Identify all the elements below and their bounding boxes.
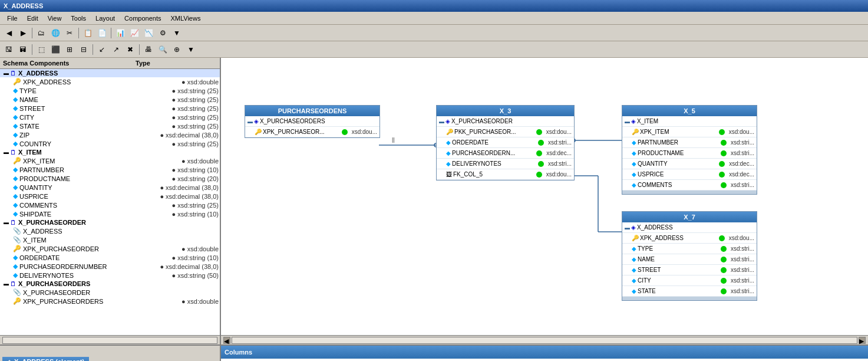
tree-orderdate[interactable]: ◆ ORDERDATE ● xsd:string (10) (0, 253, 220, 262)
tree-deliverynotes[interactable]: ◆ DELIVERYNOTES ● xsd:string (50) (0, 271, 220, 280)
tree-x-purchaseorders-root[interactable]: ▬ 🗒 X_PURCHASEORDERS (0, 280, 220, 288)
tree-quantity[interactable]: ◆ QUANTITY ● xsd:decimal (38,0) (0, 183, 220, 192)
diag-btn-3[interactable]: ⬚ (35, 43, 48, 56)
diag-btn-8[interactable]: ↗ (110, 43, 123, 56)
tree-xpk-purchaseorder[interactable]: 🔑 XPK_PURCHASEORDER ● xsd:double (0, 244, 220, 253)
tree-usprice[interactable]: ◆ USPRICE ● xsd:decimal (38,0) (0, 192, 220, 201)
tree-xpk-purchaseorders[interactable]: 🔑 XPK_PURCHASEORDERS ● xsd:double (0, 297, 220, 306)
tree-pos-purchaseorder-ref[interactable]: 📎 X_PURCHASEORDER (0, 288, 220, 297)
left-panel-hscroll-track[interactable] (2, 337, 217, 344)
schema-row-xpk-purchaseor[interactable]: 🔑 XPK_PURCHASEOR... xsd:dou... (245, 127, 379, 137)
schema-row-x5-quantity[interactable]: ◆ QUANTITY xsd:dec... (622, 159, 757, 169)
tree-x-item-root[interactable]: ▬ 🗒 X_ITEM (0, 148, 220, 156)
diag-btn-12[interactable]: ⊕ (170, 43, 183, 56)
scroll-right-btn[interactable]: ▶ (859, 337, 866, 344)
scroll-left-btn[interactable]: ◀ (223, 337, 230, 344)
schema-row-x3-deliverynotes[interactable]: ◆ DELIVERYNOTES xsd:stri... (437, 159, 574, 169)
tree-comments[interactable]: ◆ COMMENTS ● xsd:string (25) (0, 201, 220, 209)
tb-btn-8[interactable]: 📉 (142, 27, 155, 40)
tree-x-address-root[interactable]: ▬ 🗒 X_ADDRESS (0, 69, 220, 77)
toolbar2: 🖫 🖬 ⬚ ⬛ ⊞ ⊟ ↙ ↗ ✖ 🖶 🔍 ⊕ ▼ (0, 41, 868, 58)
diag-btn-5[interactable]: ⊞ (63, 43, 76, 56)
tree-xpk-address[interactable]: 🔑 XPK_ADDRESS ● xsd:double (0, 77, 220, 86)
window-title: X_ADDRESS (4, 2, 43, 9)
tree-street[interactable]: ◆ STREET ● xsd:string (25) (0, 104, 220, 113)
schema-box-purchaseordens-body: ▬ ◈ X_PURCHASEORDERS 🔑 XPK_PURCHASEOR...… (245, 116, 379, 137)
schema-box-x5[interactable]: X_5 ▬ ◈ X_ITEM 🔑 XPK_ITEM xsd:dou... ◆ (622, 105, 757, 195)
tb-btn-1[interactable]: 🗂 (35, 27, 48, 40)
back-button[interactable]: ◀ (2, 27, 15, 40)
diag-btn-11[interactable]: 🔍 (156, 43, 169, 56)
tree-content[interactable]: ▬ 🗒 X_ADDRESS 🔑 XPK_ADDRESS ● xsd:double… (0, 69, 220, 335)
bottom-left: ◈ X_ADDRESS (element) (0, 344, 221, 361)
menu-view[interactable]: View (43, 14, 67, 23)
schema-row-x7-xpk-address[interactable]: 🔑 XPK_ADDRESS xsd:dou... (622, 233, 757, 244)
tree-xpk-item[interactable]: 🔑 XPK_ITEM ● xsd:double (0, 156, 220, 165)
tb-btn-7[interactable]: 📈 (128, 27, 141, 40)
schema-row-x7-type[interactable]: ◆ TYPE xsd:stri... (622, 244, 757, 254)
menu-file[interactable]: File (2, 14, 22, 23)
tree-state[interactable]: ◆ STATE ● xsd:string (25) (0, 122, 220, 130)
schema-row-x5-xpk-item[interactable]: 🔑 XPK_ITEM xsd:dou... (622, 127, 757, 137)
diagram-hscroll[interactable]: ◀ ▶ (221, 335, 868, 344)
tb-btn-4[interactable]: 📋 (81, 27, 94, 40)
schema-row-x3-orderdate[interactable]: ◆ ORDERDATE xsd:stri... (437, 137, 574, 148)
tb-btn-9[interactable]: ⚙ (156, 27, 169, 40)
menu-layout[interactable]: Layout (91, 14, 120, 23)
tb-btn-2[interactable]: 🌐 (49, 27, 62, 40)
hscroll-track[interactable] (232, 337, 857, 344)
tree-shipdate[interactable]: ◆ SHIPDATE ● xsd:string (10) (0, 209, 220, 218)
schema-box-purchaseordens[interactable]: PURCHARSEORDENS ▬ ◈ X_PURCHASEORDERS 🔑 X… (245, 105, 380, 138)
diag-btn-9[interactable]: ✖ (124, 43, 137, 56)
schema-row-x7-address[interactable]: ▬ ◈ X_ADDRESS (622, 222, 757, 233)
left-panel-header: Schema Components Type (0, 58, 220, 69)
schema-row-x5-usprice[interactable]: ◆ USPRICE xsd:dec... (622, 169, 757, 180)
menu-edit[interactable]: Edit (22, 14, 43, 23)
diag-btn-1[interactable]: 🖫 (2, 43, 15, 56)
schema-row-x5-productname[interactable]: ◆ PRODUCTNAME xsd:stri... (622, 148, 757, 159)
diagram-area[interactable]: || PURCHARSEORDENS ▬ ◈ X_PURCHASE (221, 58, 868, 344)
diag-btn-4[interactable]: ⬛ (49, 43, 62, 56)
schema-row-x-purchaseorders[interactable]: ▬ ◈ X_PURCHASEORDERS (245, 116, 379, 127)
tree-po-x-item-ref[interactable]: 📎 X_ITEM (0, 235, 220, 244)
schema-box-x7[interactable]: X_7 ▬ ◈ X_ADDRESS 🔑 XPK_ADDRESS xsd:dou.… (622, 211, 757, 301)
tree-zip[interactable]: ◆ ZIP ● xsd:decimal (38,0) (0, 130, 220, 139)
schema-row-x3-xpk[interactable]: 🔑 PKK_PURCHASEOR... xsd:dou... (437, 127, 574, 137)
schema-row-x7-state[interactable]: ◆ STATE xsd:stri... (622, 286, 757, 297)
tb-btn-5[interactable]: 📄 (95, 27, 108, 40)
schema-row-x5-partnumber[interactable]: ◆ PARTNUMBER xsd:stri... (622, 137, 757, 148)
tree-partnumber[interactable]: ◆ PARTNUMBER ● xsd:string (10) (0, 165, 220, 174)
menu-xmlviews[interactable]: XMLViews (166, 14, 205, 23)
panel-tab[interactable]: ◈ X_ADDRESS (element) (2, 357, 89, 361)
schema-box-x5-header: X_5 (622, 106, 757, 116)
schema-row-x5-comments[interactable]: ◆ COMMENTS xsd:stri... (622, 180, 757, 191)
schema-box-x3[interactable]: X_3 ▬ ◈ X_PURCHASEORDER 🔑 PKK_PURCHASEOR… (436, 105, 575, 180)
diag-btn-6[interactable]: ⊟ (77, 43, 90, 56)
schema-row-x7-name[interactable]: ◆ NAME xsd:stri... (622, 254, 757, 265)
diag-btn-10[interactable]: 🖶 (142, 43, 155, 56)
diag-btn-7[interactable]: ↙ (95, 43, 108, 56)
tb-btn-6[interactable]: 📊 (114, 27, 127, 40)
left-panel-hscroll[interactable] (0, 335, 220, 344)
menu-components[interactable]: Components (120, 14, 166, 23)
tree-x-purchaseorder-root[interactable]: ▬ 🗒 X_PURCHASEORDER (0, 218, 220, 227)
tree-purchaseordernumber[interactable]: ◆ PURCHASEORDERNUMBER ● xsd:decimal (38,… (0, 262, 220, 271)
schema-row-x7-city[interactable]: ◆ CITY xsd:stri... (622, 275, 757, 286)
tb-btn-10[interactable]: ▼ (170, 27, 183, 40)
diag-btn-13[interactable]: ▼ (184, 43, 197, 56)
tree-city[interactable]: ◆ CITY ● xsd:string (25) (0, 113, 220, 122)
tb-btn-3[interactable]: ✂ (63, 27, 76, 40)
schema-row-x7-street[interactable]: ◆ STREET xsd:stri... (622, 265, 757, 275)
schema-row-x3-fk-col5[interactable]: 🖼 FK_COL_5 xsd:dou... (437, 169, 574, 180)
schema-row-x3-purchaseorder[interactable]: ▬ ◈ X_PURCHASEORDER (437, 116, 574, 127)
tree-name[interactable]: ◆ NAME ● xsd:string (25) (0, 95, 220, 104)
tree-po-x-address-ref[interactable]: 📎 X_ADDRESS (0, 227, 220, 235)
tree-productname[interactable]: ◆ PRODUCTNAME ● xsd:string (20) (0, 174, 220, 183)
tree-country[interactable]: ◆ COUNTRY ● xsd:string (25) (0, 139, 220, 148)
schema-row-x5-item[interactable]: ▬ ◈ X_ITEM (622, 116, 757, 127)
menu-tools[interactable]: Tools (66, 14, 91, 23)
diag-btn-2[interactable]: 🖬 (16, 43, 29, 56)
schema-row-x3-purchaseordern[interactable]: ◆ PURCHASEORDERN... xsd:dec... (437, 148, 574, 159)
tree-type[interactable]: ◆ TYPE ● xsd:string (25) (0, 86, 220, 95)
forward-button[interactable]: ▶ (16, 27, 29, 40)
